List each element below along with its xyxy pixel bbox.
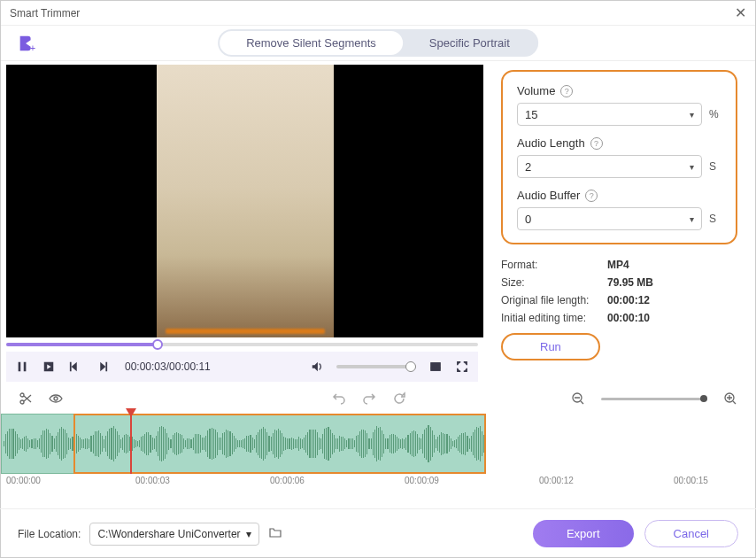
ruler-tick: 00:00:03: [135, 476, 170, 485]
zoom-out-icon[interactable]: [571, 391, 585, 406]
run-button[interactable]: Run: [501, 333, 600, 360]
main-area: 00:00:03/00:00:11 Volume? 15▾ % Audio Le…: [1, 61, 755, 382]
scissors-icon[interactable]: [19, 391, 33, 406]
svg-rect-2: [24, 362, 27, 372]
pause-button[interactable]: [15, 360, 29, 374]
ruler-tick: 00:00:00: [6, 476, 41, 485]
zoom-in-icon[interactable]: [723, 391, 737, 406]
chevron-down-icon: ▾: [690, 214, 694, 224]
help-icon[interactable]: ?: [585, 190, 598, 202]
audiolen-unit: S: [709, 160, 721, 173]
volume-select[interactable]: 15▾: [517, 103, 702, 126]
ruler-tick: 00:00:12: [539, 476, 574, 485]
volume-label: Volume: [517, 84, 555, 97]
size-label: Size:: [501, 276, 607, 289]
zoom-slider[interactable]: [601, 398, 707, 400]
file-location-label: File Location:: [18, 528, 81, 540]
timeline-toolbar: [1, 385, 755, 412]
tab-remove-silent[interactable]: Remove Silent Segments: [220, 31, 403, 55]
file-info: Format:MP4 Size:79.95 MB Original file l…: [501, 259, 737, 324]
initial-value: 00:00:10: [607, 312, 650, 324]
prev-button[interactable]: [68, 360, 82, 374]
format-label: Format:: [501, 259, 607, 271]
svg-point-11: [20, 393, 24, 397]
help-icon[interactable]: ?: [590, 137, 603, 150]
file-location-select[interactable]: C:\Wondershare UniConverter ▾: [89, 523, 258, 546]
preview-column: 00:00:03/00:00:11: [1, 61, 483, 382]
next-button[interactable]: [95, 360, 109, 374]
cancel-button[interactable]: Cancel: [644, 520, 738, 547]
time-ruler: 00:00:00 00:00:03 00:00:06 00:00:09 00:0…: [1, 474, 755, 492]
chevron-down-icon: ▾: [690, 162, 694, 172]
app-logo-icon: +: [17, 34, 36, 53]
svg-marker-7: [100, 362, 105, 372]
audiolen-label: Audio Length: [517, 136, 585, 150]
folder-icon[interactable]: [268, 525, 282, 542]
size-value: 79.95 MB: [607, 276, 653, 289]
eye-icon[interactable]: [49, 391, 63, 406]
svg-text:+: +: [30, 43, 35, 53]
ruler-tick: 00:00:06: [270, 476, 305, 485]
settings-box: Volume? 15▾ % Audio Length? 2▾ S Audio B…: [501, 70, 737, 244]
player-controls: 00:00:03/00:00:11: [6, 352, 478, 382]
svg-marker-9: [312, 362, 318, 372]
timeline[interactable]: [1, 414, 755, 474]
svg-rect-8: [105, 362, 107, 372]
initial-label: Initial editing time:: [501, 312, 607, 324]
chevron-down-icon: ▾: [690, 110, 694, 120]
mode-tabs: Remove Silent Segments Specific Portrait: [218, 29, 538, 57]
selected-region[interactable]: [73, 414, 486, 474]
orig-label: Original file length:: [501, 294, 607, 306]
audiobuf-select[interactable]: 0▾: [517, 207, 702, 230]
time-display: 00:00:03/00:00:11: [125, 360, 211, 373]
svg-marker-5: [72, 362, 77, 372]
svg-rect-1: [19, 362, 21, 372]
redo-icon[interactable]: [362, 391, 376, 406]
settings-column: Volume? 15▾ % Audio Length? 2▾ S Audio B…: [483, 61, 755, 382]
seek-bar[interactable]: [6, 341, 478, 348]
ruler-tick: 00:00:15: [674, 476, 708, 485]
orig-value: 00:00:12: [607, 294, 650, 306]
ruler-tick: 00:00:09: [405, 476, 439, 485]
volume-unit: %: [709, 108, 721, 120]
chevron-down-icon: ▾: [246, 528, 251, 540]
video-preview[interactable]: [6, 65, 483, 337]
close-icon[interactable]: ✕: [735, 4, 746, 21]
help-icon[interactable]: ?: [560, 85, 573, 97]
playhead[interactable]: [130, 408, 132, 474]
svg-rect-6: [70, 362, 72, 372]
tab-specific-portrait[interactable]: Specific Portrait: [403, 31, 536, 55]
refresh-icon[interactable]: [392, 391, 406, 406]
footer: File Location: C:\Wondershare UniConvert…: [0, 508, 756, 558]
volume-slider[interactable]: [336, 365, 416, 368]
preview-frame: [157, 65, 334, 337]
tabs-bar: + Remove Silent Segments Specific Portra…: [1, 26, 755, 61]
svg-point-13: [54, 397, 58, 400]
fullscreen-icon[interactable]: [455, 360, 469, 374]
audiobuf-unit: S: [709, 213, 721, 225]
undo-icon[interactable]: [332, 391, 346, 406]
titlebar: Smart Trimmer ✕: [1, 1, 755, 26]
audiobuf-label: Audio Buffer: [517, 189, 580, 202]
export-button[interactable]: Export: [533, 520, 634, 547]
audiolen-select[interactable]: 2▾: [517, 155, 702, 178]
svg-point-12: [20, 400, 24, 404]
snapshot-icon[interactable]: [428, 360, 443, 374]
window-title: Smart Trimmer: [10, 7, 80, 19]
stop-button[interactable]: [42, 360, 56, 374]
format-value: MP4: [607, 259, 629, 271]
volume-icon[interactable]: [310, 360, 324, 374]
